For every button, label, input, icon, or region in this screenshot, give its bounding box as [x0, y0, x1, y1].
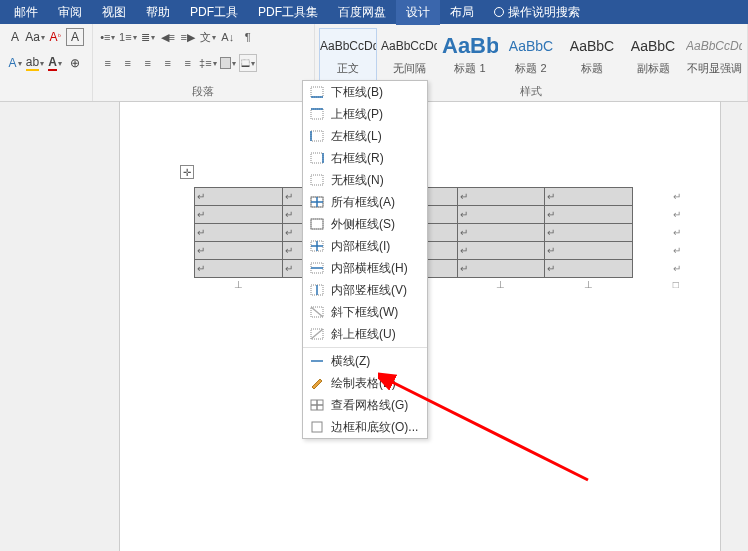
table-resize-handle[interactable]: □: [632, 278, 720, 292]
borders-menu-diagdn[interactable]: 斜下框线(W): [303, 301, 427, 323]
tab-pdf-tools[interactable]: PDF工具: [180, 0, 248, 25]
borders-menu-diagup[interactable]: 斜上框线(U): [303, 323, 427, 345]
none-border-icon: [309, 173, 325, 187]
change-case-button[interactable]: Aa▾: [26, 28, 44, 46]
borders-menu-bottom[interactable]: 下框线(B): [303, 81, 427, 103]
table-cell[interactable]: ↵: [457, 260, 545, 278]
shading-button[interactable]: ▾: [219, 54, 237, 72]
borders-menu-left[interactable]: 左框线(L): [303, 125, 427, 147]
highlight-color-button[interactable]: ab▾: [26, 54, 44, 72]
borders-menu-outside[interactable]: 外侧框线(S): [303, 213, 427, 235]
table-cell[interactable]: ↵: [545, 224, 633, 242]
decrease-indent-button[interactable]: ◀≡: [159, 28, 177, 46]
tab-design[interactable]: 设计: [396, 0, 440, 25]
table-cell[interactable]: ↵: [545, 188, 633, 206]
tab-layout[interactable]: 布局: [440, 0, 484, 25]
align-justify-button[interactable]: ≡: [159, 54, 177, 72]
borders-menu-inv[interactable]: 内部竖框线(V): [303, 279, 427, 301]
borders-menu-none[interactable]: 无框线(N): [303, 169, 427, 191]
style-name: 正文: [320, 61, 376, 76]
svg-rect-15: [311, 219, 323, 229]
svg-rect-2: [311, 87, 323, 97]
document-table[interactable]: ↵↵↵↵↵↵↵↵↵↵↵↵↵↵↵↵↵↵↵↵↵↵↵↵↵↵↵↵↵↵⊥⊥⊥⊥⊥□: [194, 187, 720, 292]
borders-menu-dialog[interactable]: 边框和底纹(O)...: [303, 416, 427, 438]
tab-baidu-netdisk[interactable]: 百度网盘: [328, 0, 396, 25]
align-right-button[interactable]: ≡: [139, 54, 157, 72]
borders-menu-inh[interactable]: 内部横框线(H): [303, 257, 427, 279]
table-cell[interactable]: ↵: [457, 206, 545, 224]
style-6[interactable]: AaBbCcDd不明显强调: [685, 28, 743, 82]
svg-rect-6: [311, 131, 323, 141]
ribbon-tabs: 邮件 审阅 视图 帮助 PDF工具 PDF工具集 百度网盘 设计 布局 操作说明…: [0, 0, 748, 24]
menu-item-label: 内部竖框线(V): [331, 282, 407, 299]
style-4[interactable]: AaBbC标题: [563, 28, 621, 82]
borders-menu-grid[interactable]: 查看网格线(G): [303, 394, 427, 416]
table-cell[interactable]: ↵: [545, 242, 633, 260]
row-end-mark: ↵: [632, 206, 720, 224]
inv-border-icon: [309, 283, 325, 297]
increase-indent-button[interactable]: ≡▶: [179, 28, 197, 46]
borders-menu-hline[interactable]: 横线(Z): [303, 350, 427, 372]
asian-layout-button[interactable]: 文▾: [199, 28, 217, 46]
borders-menu-draw[interactable]: 绘制表格(D): [303, 372, 427, 394]
sort-button[interactable]: A↓: [219, 28, 237, 46]
menu-item-label: 内部横框线(H): [331, 260, 408, 277]
clear-format-button[interactable]: A: [6, 28, 24, 46]
table-cell[interactable]: ↵: [457, 242, 545, 260]
distributed-button[interactable]: ≡: [179, 54, 197, 72]
phonetic-guide-button[interactable]: Aᵇ: [46, 28, 64, 46]
menu-item-label: 下框线(B): [331, 84, 383, 101]
table-move-handle[interactable]: ✛: [180, 165, 194, 179]
style-1[interactable]: AaBbCcDd无间隔: [380, 28, 438, 82]
menu-item-label: 查看网格线(G): [331, 397, 408, 414]
svg-rect-16: [311, 219, 323, 229]
table-cell[interactable]: ↵: [545, 260, 633, 278]
grid-border-icon: [309, 398, 325, 412]
table-cell[interactable]: ↵: [457, 224, 545, 242]
multilevel-list-button[interactable]: ≣▾: [139, 28, 157, 46]
borders-menu-right[interactable]: 右框线(R): [303, 147, 427, 169]
tab-view[interactable]: 视图: [92, 0, 136, 25]
bullets-button[interactable]: •≡▾: [99, 28, 117, 46]
table-cell[interactable]: ↵: [195, 242, 283, 260]
paragraph-group: •≡▾ 1≡▾ ≣▾ ◀≡ ≡▶ 文▾ A↓ ¶ ≡ ≡ ≡ ≡ ≡ ‡≡▾ ▾…: [93, 24, 315, 101]
table-cell[interactable]: ↵: [195, 188, 283, 206]
tab-pdf-toolkit[interactable]: PDF工具集: [248, 0, 328, 25]
numbering-button[interactable]: 1≡▾: [119, 28, 137, 46]
style-0[interactable]: AaBbCcDd正文: [319, 28, 377, 82]
char-border-button[interactable]: A: [66, 28, 84, 46]
align-center-button[interactable]: ≡: [119, 54, 137, 72]
tab-mail[interactable]: 邮件: [4, 0, 48, 25]
tell-me-search[interactable]: 操作说明搜索: [484, 4, 590, 21]
inh-border-icon: [309, 261, 325, 275]
style-5[interactable]: AaBbC副标题: [624, 28, 682, 82]
col-resize-mark: ⊥: [545, 278, 633, 292]
style-preview: AaBbCcDd: [320, 31, 376, 61]
style-2[interactable]: AaBb标题 1: [441, 28, 499, 82]
paragraph-group-label: 段落: [93, 84, 314, 99]
borders-menu-top[interactable]: 上框线(P): [303, 103, 427, 125]
text-effects-button[interactable]: A▾: [6, 54, 24, 72]
style-name: 不明显强调: [686, 61, 742, 76]
tab-help[interactable]: 帮助: [136, 0, 180, 25]
style-preview: AaBbC: [625, 31, 681, 61]
table-cell[interactable]: ↵: [195, 224, 283, 242]
line-spacing-button[interactable]: ‡≡▾: [199, 54, 217, 72]
borders-menu-all[interactable]: 所有框线(A): [303, 191, 427, 213]
borders-button[interactable]: ▾: [239, 54, 257, 72]
table-cell[interactable]: ↵: [545, 206, 633, 224]
style-3[interactable]: AaBbC标题 2: [502, 28, 560, 82]
svg-rect-8: [311, 153, 323, 163]
table-cell[interactable]: ↵: [195, 260, 283, 278]
tab-review[interactable]: 审阅: [48, 0, 92, 25]
table-cell[interactable]: ↵: [195, 206, 283, 224]
font-color-button[interactable]: A▾: [46, 54, 64, 72]
dialog-border-icon: [309, 420, 325, 434]
table-cell[interactable]: ↵: [457, 188, 545, 206]
inside-border-icon: [309, 239, 325, 253]
show-marks-button[interactable]: ¶: [239, 28, 257, 46]
style-preview: AaBbCcDd: [686, 31, 742, 61]
align-left-button[interactable]: ≡: [99, 54, 117, 72]
borders-menu-inside[interactable]: 内部框线(I): [303, 235, 427, 257]
enclose-char-button[interactable]: ⊕: [66, 54, 84, 72]
